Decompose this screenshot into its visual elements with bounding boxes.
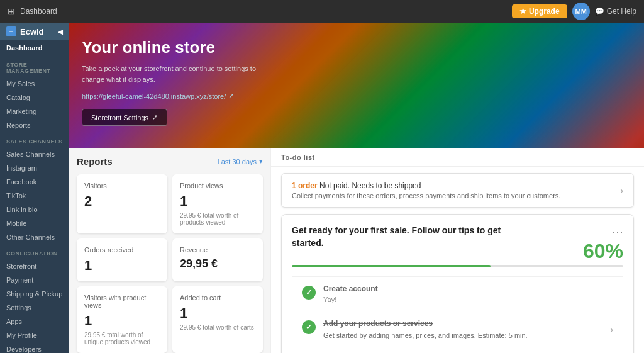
- sidebar-item-shipping[interactable]: Shipping & Pickup: [0, 287, 69, 301]
- sidebar-item-my-profile[interactable]: My Profile: [0, 328, 69, 342]
- hero-section: Your online store Take a peek at your st…: [69, 23, 644, 148]
- below-hero: Reports Last 30 days ▾ Visitors 2 Produc…: [69, 148, 644, 353]
- more-options-icon[interactable]: ⋯: [612, 225, 623, 238]
- ecwid-label: Ecwid: [20, 27, 44, 36]
- order-alert-sub: Collect payments for these orders, proce…: [292, 192, 560, 199]
- report-vpv-value: 1: [84, 313, 160, 329]
- reports-section: Reports Last 30 days ▾ Visitors 2 Produc…: [69, 148, 270, 353]
- report-visitors-label: Visitors: [84, 182, 160, 189]
- report-card-orders: Orders received 1: [77, 238, 167, 281]
- report-card-added-to-cart: Added to cart 1 29.95 € total worth of c…: [172, 286, 263, 353]
- chevron-down-icon: ▾: [259, 157, 263, 165]
- report-cart-value: 1: [180, 305, 255, 322]
- report-cart-label: Added to cart: [180, 294, 255, 301]
- progress-bar-container: [292, 265, 623, 267]
- todo-check-add-products: ✓: [302, 320, 316, 334]
- user-avatar[interactable]: MM: [572, 3, 590, 20]
- todo-section: To-do list 1 order Not paid. Needs to be…: [270, 148, 644, 353]
- report-product-views-value: 1: [180, 193, 255, 210]
- progress-card: Get ready for your first sale. Follow ou…: [281, 214, 634, 353]
- order-alert[interactable]: 1 order Not paid. Needs to be shipped Co…: [281, 173, 634, 208]
- todo-item-add-products[interactable]: ✓ Add your products or services Get star…: [292, 311, 623, 349]
- ecwid-icon: [6, 26, 16, 36]
- content-area: Your online store Take a peek at your st…: [69, 23, 644, 353]
- order-alert-highlight: 1 order: [292, 181, 318, 190]
- store-management-section: STORE MANAGEMENT: [0, 55, 69, 77]
- sidebar-item-my-sales[interactable]: My Sales: [0, 77, 69, 91]
- sidebar-item-sales-channels[interactable]: Sales Channels: [0, 147, 69, 161]
- sidebar-item-link-in-bio[interactable]: Link in bio: [0, 203, 69, 216]
- checkmark-icon-2: ✓: [306, 323, 312, 332]
- report-vpv-label: Visitors with product views: [84, 294, 160, 309]
- sidebar-item-tiktok[interactable]: TikTok: [0, 189, 69, 203]
- ecwid-arrow: ◀: [58, 28, 63, 35]
- report-orders-value: 1: [84, 257, 160, 274]
- progress-title: Get ready for your first sale. Follow ou…: [292, 225, 524, 249]
- todo-item-sub-add-products: Get started by adding names, prices, and…: [323, 330, 597, 341]
- report-card-visitors-product-views: Visitors with product views 1 29.95 € to…: [77, 286, 167, 353]
- todo-check-create-account: ✓: [302, 286, 316, 300]
- sidebar: Ecwid ◀ Dashboard STORE MANAGEMENT My Sa…: [0, 23, 69, 353]
- sidebar-item-payment[interactable]: Payment: [0, 273, 69, 287]
- progress-bar-fill: [292, 265, 491, 267]
- reports-period-selector[interactable]: Last 30 days ▾: [218, 157, 263, 165]
- report-product-views-label: Product views: [180, 182, 255, 189]
- topbar-dashboard-label: Dashboard: [20, 7, 57, 16]
- sidebar-item-other-channels[interactable]: Other Channels: [0, 230, 69, 244]
- todo-item-content-create-account: Create account Yay!: [323, 284, 613, 303]
- report-vpv-sub: 29.95 € total worth of unique products v…: [84, 332, 160, 345]
- progress-percentage: 60%: [583, 241, 623, 261]
- report-product-views-sub: 29.95 € total worth of products viewed: [180, 212, 255, 226]
- reports-title: Reports: [77, 156, 113, 167]
- upgrade-button[interactable]: ★ Upgrade: [512, 4, 567, 18]
- sidebar-item-instagram[interactable]: Instagram: [0, 161, 69, 175]
- order-alert-text: 1 order Not paid. Needs to be shipped: [292, 181, 560, 190]
- todo-header: To-do list: [271, 148, 644, 167]
- sidebar-item-mobile[interactable]: Mobile: [0, 216, 69, 230]
- report-visitors-value: 2: [84, 193, 160, 210]
- sidebar-item-apps[interactable]: Apps: [0, 315, 69, 328]
- topbar-left: ⊞ Dashboard: [8, 6, 57, 16]
- report-revenue-label: Revenue: [180, 246, 255, 254]
- sidebar-dashboard-label[interactable]: Dashboard: [0, 40, 69, 55]
- report-card-revenue: Revenue 29,95 €: [172, 238, 263, 281]
- todo-chevron-add-products: ›: [610, 324, 613, 335]
- sidebar-item-settings[interactable]: Settings: [0, 301, 69, 315]
- todo-item-title-create-account: Create account: [323, 284, 613, 293]
- order-alert-chevron: ›: [620, 185, 623, 196]
- todo-item-review-settings[interactable]: ✓ Review regional settings Review countr…: [292, 349, 623, 354]
- report-revenue-value: 29,95 €: [180, 257, 255, 271]
- report-card-product-views: Product views 1 29.95 € total worth of p…: [172, 174, 263, 233]
- chat-icon: 💬: [595, 7, 604, 16]
- todo-item-title-add-products: Add your products or services: [323, 319, 597, 328]
- storefront-settings-button[interactable]: Storefront Settings ↗: [82, 109, 167, 126]
- svg-rect-1: [9, 31, 13, 32]
- sidebar-item-facebook[interactable]: Facebook: [0, 175, 69, 189]
- star-icon: ★: [519, 7, 526, 16]
- sidebar-item-reports[interactable]: Reports: [0, 118, 69, 132]
- todo-item-content-add-products: Add your products or services Get starte…: [323, 319, 597, 341]
- sidebar-item-storefront[interactable]: Storefront: [0, 259, 69, 273]
- sidebar-item-catalog[interactable]: Catalog: [0, 91, 69, 104]
- get-help-button[interactable]: 💬 Get Help: [595, 7, 636, 16]
- report-cart-sub: 29.95 € total worth of carts: [180, 324, 255, 331]
- configuration-section: CONFIGURATION: [0, 244, 69, 259]
- external-link-icon: ↗: [228, 92, 234, 100]
- hero-store-url[interactable]: https://gleeful-camel-42d480.instawp.xyz…: [82, 92, 277, 100]
- hero-title: Your online store: [82, 38, 277, 57]
- sidebar-ecwid[interactable]: Ecwid ◀: [0, 23, 69, 40]
- sidebar-item-developers[interactable]: Developers: [0, 342, 69, 353]
- sidebar-item-marketing[interactable]: Marketing: [0, 104, 69, 118]
- external-icon: ↗: [152, 113, 158, 121]
- checkmark-icon: ✓: [306, 288, 312, 297]
- todo-label: To-do list: [281, 154, 315, 161]
- sales-channels-section: SALES CHANNELS: [0, 132, 69, 147]
- topbar-right: ★ Upgrade MM 💬 Get Help: [512, 3, 636, 20]
- reports-grid: Visitors 2 Product views 1 29.95 € total…: [77, 174, 263, 353]
- reports-header: Reports Last 30 days ▾: [77, 156, 263, 167]
- topbar: ⊞ Dashboard ★ Upgrade MM 💬 Get Help: [0, 0, 644, 23]
- order-alert-content: 1 order Not paid. Needs to be shipped Co…: [292, 181, 560, 199]
- hero-content: Your online store Take a peek at your st…: [69, 23, 289, 141]
- hero-subtitle: Take a peek at your storefront and conti…: [82, 64, 277, 84]
- report-card-visitors: Visitors 2: [77, 174, 167, 233]
